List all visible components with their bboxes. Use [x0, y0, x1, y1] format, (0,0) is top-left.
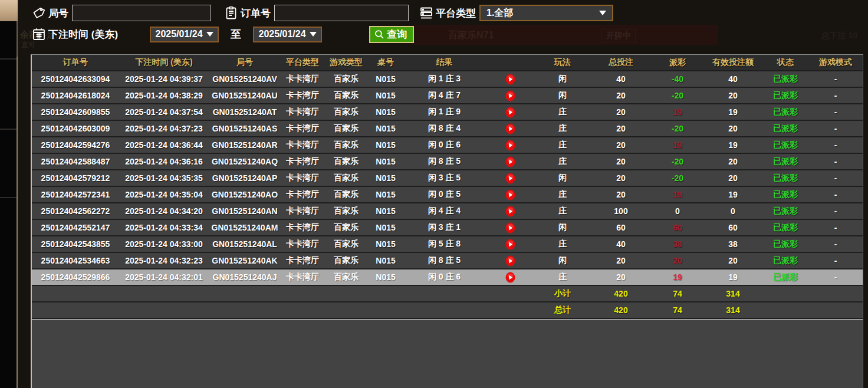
cell-status: 已派彩: [762, 219, 808, 236]
cell-status: 已派彩: [762, 71, 808, 87]
cell-bet-time: 2025-01-24 04:32:23: [119, 252, 209, 269]
cell-table-no: N015: [368, 87, 403, 104]
cell-round-id: GN015251240AO: [209, 186, 281, 203]
play-video-icon[interactable]: [505, 107, 515, 118]
cell-order-id: 250124042588487: [32, 153, 119, 170]
table-end-divider: [32, 319, 863, 320]
cell-table-no: N015: [368, 120, 403, 137]
table-row[interactable]: 2501240425346632025-01-24 04:32:23GN0152…: [32, 252, 863, 269]
cell-total-bet: 20: [590, 186, 652, 203]
cell-bet-type: 闲: [535, 87, 590, 104]
calendar-icon: [32, 27, 46, 41]
column-header: 游戏类型: [324, 55, 368, 71]
table-row[interactable]: 2501240425298662025-01-24 04:32:01GN0152…: [32, 269, 863, 285]
play-video-icon[interactable]: [505, 173, 515, 184]
tag-icon: [32, 6, 46, 20]
cell-total-bet: 40: [590, 71, 652, 87]
play-video-icon[interactable]: [505, 272, 515, 283]
cell-order-id: 250124042543855: [32, 236, 119, 252]
table-row[interactable]: 2501240425884872025-01-24 04:36:16GN0152…: [32, 153, 863, 170]
table-row[interactable]: 2501240425438552025-01-24 04:33:00GN0152…: [32, 236, 863, 252]
cell-order-id: 250124042618024: [32, 87, 119, 104]
cell-status: 已派彩: [762, 104, 808, 120]
cell-table-no: N015: [368, 252, 403, 269]
cell-game-type: 百家乐: [324, 170, 368, 186]
cell-bet-type: 闲: [535, 219, 590, 236]
cell-payout: 19: [652, 186, 703, 203]
cell-valid-bet: 19: [703, 104, 762, 120]
play-video-icon[interactable]: [505, 123, 515, 134]
cell-total-bet: 20: [590, 137, 652, 153]
cell-order-id: 250124042562272: [32, 203, 119, 219]
cell-total-bet: 20: [590, 120, 652, 137]
cell-replay: [485, 153, 535, 170]
cell-table-no: N015: [368, 104, 403, 120]
cell-bet-time: 2025-01-24 04:37:23: [119, 120, 209, 137]
cell-round-id: GN015251240AP: [209, 170, 281, 186]
cell-platform: 卡卡湾厅: [281, 104, 324, 120]
play-video-icon[interactable]: [505, 255, 515, 267]
cell-payout: -20: [652, 120, 703, 137]
cell-status: 已派彩: [762, 269, 808, 285]
cell-valid-bet: 0: [703, 203, 762, 219]
cell-game-mode: -: [808, 236, 863, 252]
order-id-input[interactable]: [274, 5, 409, 21]
query-button[interactable]: 查询: [369, 26, 414, 43]
date-from-value: 2025/01/24: [156, 29, 203, 40]
cell-valid-bet: 19: [703, 137, 762, 153]
cell-valid-bet: 60: [703, 219, 762, 236]
chevron-down-icon: [310, 32, 317, 37]
play-video-icon[interactable]: [505, 74, 515, 85]
table-row[interactable]: 2501240426180242025-01-24 04:38:29GN0152…: [32, 87, 863, 104]
play-video-icon[interactable]: [505, 222, 515, 234]
cell-game-mode: -: [808, 104, 863, 120]
table-row[interactable]: 2501240425792122025-01-24 04:35:35GN0152…: [32, 170, 863, 186]
cell-game-type: 百家乐: [324, 186, 368, 203]
cell-table-no: N015: [368, 269, 403, 285]
cell-order-id: 250124042529866: [32, 269, 119, 285]
cell-platform: 卡卡湾厅: [281, 252, 324, 269]
table-row[interactable]: 2501240426330942025-01-24 04:39:37GN0152…: [32, 71, 863, 87]
cell-result: 闲 3 庄 5: [403, 170, 485, 186]
cell-bet-time: 2025-01-24 04:37:54: [119, 104, 209, 120]
cell-replay: [485, 120, 535, 137]
table-row[interactable]: 2501240425942762025-01-24 04:36:44GN0152…: [32, 137, 863, 153]
cell-platform: 卡卡湾厅: [281, 71, 324, 87]
platform-type-select[interactable]: 1.全部: [479, 5, 613, 21]
cell-round-id: GN015251240AT: [209, 104, 281, 120]
platform-type-label: 平台类型: [436, 6, 476, 20]
play-video-icon[interactable]: [505, 206, 515, 217]
cell-round-id: GN015251240AJ: [209, 269, 281, 285]
cell-round-id: GN015251240AS: [209, 120, 281, 137]
cell-table-no: N015: [368, 219, 403, 236]
table-row[interactable]: 2501240425723412025-01-24 04:35:04GN0152…: [32, 186, 863, 203]
cell-round-id: GN015251240AM: [209, 219, 281, 236]
cell-game-type: 百家乐: [324, 269, 368, 285]
date-from-select[interactable]: 2025/01/24: [150, 27, 219, 42]
cell-table-no: N015: [368, 170, 403, 186]
date-to-select[interactable]: 2025/01/24: [253, 27, 322, 42]
cell-bet-time: 2025-01-24 04:34:20: [119, 203, 209, 219]
round-id-input[interactable]: [72, 5, 211, 21]
date-to-value: 2025/01/24: [259, 29, 306, 40]
table-row[interactable]: 2501240425622722025-01-24 04:34:20GN0152…: [32, 203, 863, 219]
cell-platform: 卡卡湾厅: [281, 153, 324, 170]
table-header: 订单号下注时间 (美东)局号平台类型游戏类型桌号结果玩法总投注派彩有效投注额状态…: [32, 55, 863, 71]
cell-total-bet: 20: [590, 269, 652, 285]
play-video-icon[interactable]: [505, 140, 515, 151]
play-video-icon[interactable]: [505, 189, 515, 200]
cell-total-bet: 20: [590, 104, 652, 120]
table-row[interactable]: 2501240426098552025-01-24 04:37:54GN0152…: [32, 104, 863, 120]
column-header: 派彩: [652, 55, 703, 71]
play-video-icon[interactable]: [505, 239, 515, 250]
records-table: 订单号下注时间 (美东)局号平台类型游戏类型桌号结果玩法总投注派彩有效投注额状态…: [32, 55, 863, 319]
table-row[interactable]: 2501240425521472025-01-24 04:33:34GN0152…: [32, 219, 863, 236]
play-video-icon[interactable]: [505, 156, 515, 167]
cell-result: 闲 0 庄 6: [403, 137, 485, 153]
table-row[interactable]: 2501240426030092025-01-24 04:37:23GN0152…: [32, 120, 863, 137]
cell-replay: [485, 186, 535, 203]
subtotal-total-bet: 420: [590, 285, 652, 302]
cell-platform: 卡卡湾厅: [281, 203, 324, 219]
play-video-icon[interactable]: [505, 90, 515, 101]
subtotal-row: 小计 420 74 314: [32, 285, 863, 302]
